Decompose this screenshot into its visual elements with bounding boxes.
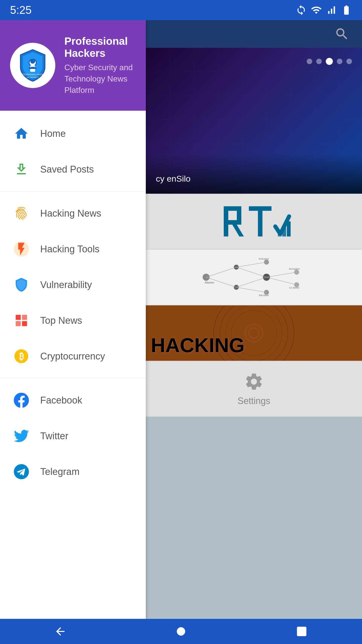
sidebar-title-block: Professional Hackers Cyber Security and … [64,35,136,96]
svg-line-50 [266,277,297,285]
svg-rect-9 [22,321,27,326]
hero-dot-5[interactable] [346,59,352,64]
svg-text:Attacker: Attacker [205,281,214,284]
home-label: Home [40,128,66,139]
facebook-icon [13,391,30,409]
divider-1 [0,191,146,191]
network-svg: Attacker End-point File Move Encryption … [191,252,317,302]
search-icon[interactable] [334,26,349,42]
sidebar-item-facebook[interactable]: Facebook [0,382,146,418]
back-button[interactable] [48,624,73,639]
home-button[interactable] [168,624,194,639]
network-card[interactable]: Attacker End-point File Move Encryption … [146,250,362,305]
svg-text:File Move: File Move [259,294,269,297]
app-name: Professional Hackers [64,35,136,59]
svg-line-48 [236,287,266,292]
sidebar-item-hacking-tools[interactable]: Hacking Tools [0,231,146,267]
home-icon [13,125,30,142]
svg-point-64 [177,627,185,635]
facebook-label: Facebook [40,395,82,406]
sidebar-item-telegram[interactable]: Telegram [0,454,146,490]
status-icons [296,5,352,16]
twitter-label: Twitter [40,431,68,441]
svg-rect-6 [16,315,21,320]
content-grid: Attacker End-point File Move Encryption … [146,194,362,417]
sidebar: PROFESSIONAL HACKERS ON SECURITY Profess… [0,20,146,619]
svg-point-57 [245,324,263,342]
hero-dot-2[interactable] [316,59,322,64]
signal-icon [326,5,337,16]
recent-button[interactable] [289,624,314,639]
status-bar: 5:25 [0,0,362,20]
svg-text:PROFESSIONAL HACKERS: PROFESSIONAL HACKERS [17,73,49,76]
svg-rect-65 [297,627,306,636]
lightning-icon [13,240,30,258]
svg-line-49 [266,272,297,277]
save-icon [13,160,30,178]
svg-rect-28 [224,220,241,225]
svg-rect-34 [287,221,291,236]
hero-dot-4[interactable] [337,59,342,64]
svg-rect-31 [258,206,262,236]
right-panel-inner: cy enSilo [146,20,362,417]
app-logo: PROFESSIONAL HACKERS ON SECURITY [10,43,55,88]
hero-dot-3[interactable] [326,58,333,65]
telegram-label: Telegram [40,466,79,477]
svg-line-45 [236,262,266,267]
rt-logo-card[interactable] [146,194,362,249]
grid-icon [13,312,30,329]
bitcoin-icon: ₿ [13,347,30,365]
hacking-tools-label: Hacking Tools [40,244,100,255]
sync-icon [296,5,307,16]
saved-label: Saved Posts [40,164,94,175]
settings-label: Settings [238,396,270,406]
sidebar-item-top-news[interactable]: Top News [0,303,146,338]
svg-rect-8 [16,321,21,326]
search-bar [146,20,362,48]
sidebar-menu: Home Saved Posts Hacking N [0,111,146,619]
svg-text:ON SECURITY: ON SECURITY [27,77,39,78]
telegram-icon [13,463,30,480]
svg-text:C2 Server: C2 Server [289,287,299,289]
bottom-nav [0,619,362,644]
hero-caption: cy enSilo [156,174,191,184]
sidebar-item-vulnerability[interactable]: Vulnerability [0,267,146,303]
hacking-card-label: HACKING [151,334,245,357]
svg-point-56 [249,328,259,338]
sidebar-item-cryptocurrency[interactable]: ₿ Cryptocurrency [0,338,146,374]
svg-rect-7 [22,315,27,320]
hacking-card[interactable]: HACKING [146,305,362,361]
hacking-news-label: Hacking News [40,208,101,219]
app-desc: Cyber Security and Technology News Platf… [64,62,136,96]
svg-line-46 [236,267,266,277]
right-panel: cy enSilo [146,20,362,619]
cryptocurrency-label: Cryptocurrency [40,351,105,362]
logo-svg: PROFESSIONAL HACKERS ON SECURITY [15,48,50,83]
svg-text:End-point: End-point [259,258,269,260]
svg-point-2 [30,59,35,64]
sidebar-item-saved[interactable]: Saved Posts [0,151,146,187]
svg-rect-33 [282,226,286,236]
rt-logo-svg [216,201,292,242]
svg-text:₿: ₿ [19,351,24,361]
divider-2 [0,378,146,378]
sidebar-item-twitter[interactable]: Twitter [0,418,146,454]
twitter-icon [13,427,30,445]
shield-icon [13,276,30,294]
svg-rect-32 [278,231,282,236]
hero-carousel: cy enSilo [146,48,362,194]
top-news-label: Top News [40,315,82,326]
settings-card[interactable]: Settings [146,361,362,417]
svg-rect-29 [237,206,241,220]
svg-line-43 [206,267,236,277]
svg-point-12 [14,464,29,479]
sidebar-item-home[interactable]: Home [0,116,146,151]
hero-dot-1[interactable] [307,59,312,64]
battery-icon [341,5,352,16]
wifi-icon [311,5,322,16]
sidebar-item-hacking-news[interactable]: Hacking News [0,195,146,231]
fingerprint-icon [13,205,30,222]
hero-dots [307,58,352,65]
vulnerability-label: Vulnerability [40,279,92,290]
settings-gear-icon [244,372,264,392]
